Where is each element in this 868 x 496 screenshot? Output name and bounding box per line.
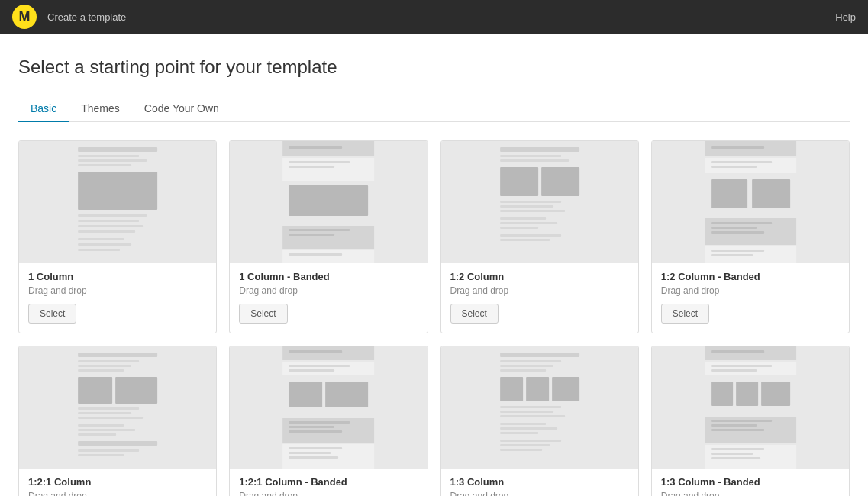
template-info-1-2-1-column-banded: 1:2:1 Column - Banded Drag and drop Sele… bbox=[230, 469, 427, 496]
svg-rect-44 bbox=[711, 161, 772, 163]
svg-rect-34 bbox=[500, 210, 565, 212]
template-card-1-2-1-column-banded: 1:2:1 Column - Banded Drag and drop Sele… bbox=[229, 346, 428, 496]
svg-rect-57 bbox=[78, 353, 157, 357]
svg-rect-92 bbox=[500, 365, 553, 367]
svg-rect-102 bbox=[500, 432, 538, 434]
svg-rect-58 bbox=[78, 360, 139, 362]
svg-rect-95 bbox=[526, 377, 549, 401]
page-title: Select a starting point for your templat… bbox=[18, 56, 850, 78]
template-info-1-2-column-banded: 1:2 Column - Banded Drag and drop Select bbox=[652, 263, 849, 333]
template-name: 1:2:1 Column bbox=[28, 476, 207, 489]
template-preview-1-2-column-banded bbox=[652, 141, 849, 263]
svg-rect-32 bbox=[500, 201, 561, 203]
select-button-1-2-column[interactable]: Select bbox=[450, 304, 499, 324]
svg-rect-122 bbox=[711, 453, 753, 455]
template-tabs: Basic Themes Code Your Own bbox=[18, 96, 850, 122]
svg-rect-76 bbox=[289, 365, 350, 367]
svg-rect-90 bbox=[500, 353, 579, 357]
svg-rect-22 bbox=[289, 229, 350, 231]
template-name: 1 Column bbox=[28, 271, 207, 284]
svg-rect-119 bbox=[711, 429, 764, 431]
template-card-1-3-column-banded: 1:3 Column - Banded Drag and drop Select bbox=[651, 346, 850, 496]
svg-rect-8 bbox=[78, 225, 143, 227]
svg-rect-52 bbox=[711, 231, 764, 234]
select-button-1-2-column-banded[interactable]: Select bbox=[661, 304, 709, 324]
template-name: 1:3 Column - Banded bbox=[661, 476, 840, 489]
svg-rect-10 bbox=[78, 238, 124, 240]
svg-rect-31 bbox=[541, 167, 579, 196]
svg-rect-63 bbox=[78, 407, 139, 410]
svg-rect-88 bbox=[289, 456, 338, 459]
template-name: 1:2 Column - Banded bbox=[661, 271, 840, 284]
svg-rect-123 bbox=[711, 457, 760, 459]
svg-rect-84 bbox=[289, 430, 342, 433]
svg-rect-59 bbox=[78, 365, 131, 367]
svg-rect-74 bbox=[289, 350, 342, 353]
template-preview-1-2-column bbox=[441, 141, 638, 263]
svg-rect-45 bbox=[711, 166, 757, 168]
svg-rect-36 bbox=[500, 222, 557, 224]
svg-rect-87 bbox=[289, 452, 331, 454]
svg-rect-33 bbox=[500, 205, 553, 208]
template-desc: Drag and drop bbox=[28, 285, 207, 296]
svg-rect-60 bbox=[78, 369, 124, 372]
template-preview-1-3-column-banded bbox=[652, 346, 849, 469]
template-info-1-3-column: 1:3 Column Drag and drop Select bbox=[441, 469, 638, 496]
main-content: Select a starting point for your templat… bbox=[0, 34, 868, 496]
svg-rect-2 bbox=[78, 155, 139, 157]
template-card-1-3-column: 1:3 Column Drag and drop Select bbox=[440, 346, 639, 496]
template-desc: Drag and drop bbox=[239, 285, 418, 296]
template-preview-1-column-banded bbox=[230, 141, 427, 263]
svg-rect-111 bbox=[711, 369, 757, 372]
tab-basic[interactable]: Basic bbox=[18, 96, 69, 122]
template-card-1-column: 1 Column Drag and drop Select bbox=[18, 140, 217, 333]
svg-rect-117 bbox=[711, 420, 772, 422]
select-button-1-column-banded[interactable]: Select bbox=[239, 304, 287, 324]
svg-rect-37 bbox=[500, 227, 538, 229]
svg-rect-1 bbox=[78, 147, 157, 152]
header-title: Create a template bbox=[47, 11, 126, 23]
svg-rect-79 bbox=[289, 382, 322, 407]
svg-rect-82 bbox=[289, 421, 350, 424]
mailchimp-logo: M bbox=[12, 5, 37, 29]
svg-rect-118 bbox=[711, 424, 757, 427]
svg-rect-35 bbox=[500, 217, 546, 220]
template-info-1-column: 1 Column Drag and drop Select bbox=[19, 263, 216, 333]
svg-rect-48 bbox=[752, 179, 790, 208]
svg-rect-20 bbox=[289, 185, 368, 216]
svg-rect-7 bbox=[78, 220, 139, 222]
svg-rect-110 bbox=[711, 365, 772, 367]
help-link[interactable]: Help bbox=[835, 11, 856, 23]
svg-rect-103 bbox=[500, 440, 561, 442]
svg-rect-12 bbox=[78, 249, 120, 251]
svg-rect-3 bbox=[78, 159, 147, 162]
svg-rect-68 bbox=[78, 433, 116, 436]
svg-rect-39 bbox=[500, 239, 550, 241]
tab-code-your-own[interactable]: Code Your Own bbox=[132, 96, 231, 122]
svg-rect-70 bbox=[78, 449, 139, 452]
svg-rect-77 bbox=[289, 369, 334, 372]
svg-rect-104 bbox=[500, 444, 550, 446]
svg-rect-64 bbox=[78, 412, 131, 414]
svg-rect-9 bbox=[78, 230, 135, 233]
svg-rect-75 bbox=[282, 362, 374, 375]
svg-rect-54 bbox=[711, 250, 764, 252]
svg-rect-86 bbox=[289, 447, 342, 449]
template-desc: Drag and drop bbox=[450, 491, 629, 496]
template-preview-1-3-column bbox=[441, 346, 638, 469]
template-name: 1:2 Column bbox=[450, 271, 629, 284]
svg-rect-5 bbox=[78, 172, 157, 210]
svg-rect-55 bbox=[711, 254, 753, 256]
svg-rect-114 bbox=[736, 382, 758, 406]
svg-rect-109 bbox=[705, 362, 796, 375]
svg-rect-6 bbox=[78, 214, 147, 217]
svg-rect-18 bbox=[289, 166, 334, 168]
svg-rect-4 bbox=[78, 164, 131, 166]
select-button-1-column[interactable]: Select bbox=[28, 304, 76, 324]
svg-rect-65 bbox=[78, 417, 143, 419]
svg-rect-97 bbox=[500, 406, 561, 408]
template-info-1-3-column-banded: 1:3 Column - Banded Drag and drop Select bbox=[652, 469, 849, 496]
svg-rect-15 bbox=[289, 146, 342, 149]
template-desc: Drag and drop bbox=[239, 491, 418, 496]
tab-themes[interactable]: Themes bbox=[69, 96, 132, 122]
